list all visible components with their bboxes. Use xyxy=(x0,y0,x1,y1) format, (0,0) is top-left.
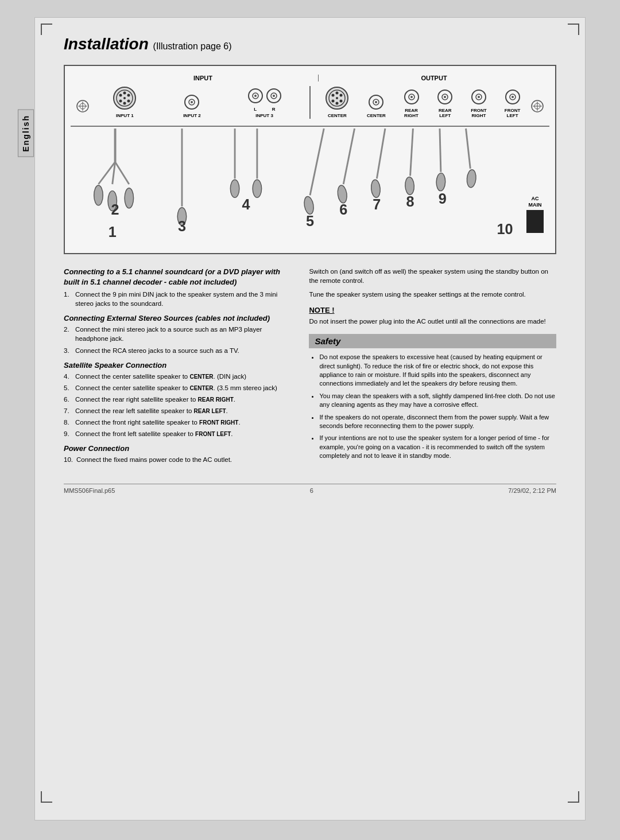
svg-point-29 xyxy=(340,100,343,103)
step-5: 5. Connect the center satellite speaker … xyxy=(64,383,292,392)
safety-header: Safety xyxy=(309,334,556,348)
left-screw xyxy=(76,100,89,114)
svg-point-7 xyxy=(123,92,126,95)
step-1: 1. Connect the 9 pin mini DIN jack to th… xyxy=(64,290,292,308)
corner-mark-br xyxy=(568,791,579,803)
note-text: Do not insert the power plug into the AC… xyxy=(309,317,556,326)
svg-point-30 xyxy=(336,97,338,99)
svg-point-11 xyxy=(127,100,130,103)
cable-svg: 1 2 3 4 5 6 7 8 9 10 xyxy=(71,127,549,242)
steps-list-2: 2. Connect the mini stereo jack to a sou… xyxy=(64,325,292,355)
right-column: Switch on (and switch off as well) the s… xyxy=(309,267,556,467)
svg-line-64 xyxy=(310,129,324,195)
svg-point-9 xyxy=(119,100,122,103)
cable-area: ACMAIN xyxy=(71,127,549,242)
corner-mark-bl xyxy=(41,791,52,803)
footer-center: 6 xyxy=(310,487,313,494)
svg-point-54 xyxy=(94,185,103,205)
label-input1: INPUT 1 xyxy=(116,114,134,119)
step-3: 3. Connect the RCA stereo jacks to a sou… xyxy=(64,346,292,355)
connector-out-center-din: CENTER xyxy=(325,86,349,119)
label-center-rca: CENTER xyxy=(367,114,386,119)
io-labels: Input Output xyxy=(71,75,549,81)
label-front-left: FRONTLEFT xyxy=(505,108,521,119)
svg-point-56 xyxy=(125,188,134,208)
svg-point-21 xyxy=(273,95,275,97)
label-center-din: CENTER xyxy=(328,114,347,119)
step-8: 8. Connect the front right satellite spe… xyxy=(64,418,292,427)
svg-point-67 xyxy=(336,185,348,204)
svg-point-26 xyxy=(340,94,343,97)
output-connectors: CENTER CENTER xyxy=(311,86,526,119)
svg-line-53 xyxy=(115,162,129,184)
connector-input3: L R INPUT 3 xyxy=(247,88,282,119)
step-10: 10. Connect the fixed mains power code t… xyxy=(64,455,292,464)
svg-text:5: 5 xyxy=(306,213,314,229)
safety-item-4: If your intentions are not to use the sp… xyxy=(319,434,556,460)
svg-point-27 xyxy=(332,100,335,103)
svg-text:3: 3 xyxy=(178,218,186,234)
steps-list-1: 1. Connect the 9 pin mini DIN jack to th… xyxy=(64,290,292,308)
safety-item-3: If the speakers do not operate, disconne… xyxy=(319,413,556,431)
label-front-right: FRONTRIGHT xyxy=(471,108,487,119)
page-footer: MMS506Final.p65 6 7/29/02, 2:12 PM xyxy=(64,484,556,494)
ac-main-label: ACMAIN xyxy=(529,196,542,208)
svg-point-10 xyxy=(123,102,126,105)
svg-point-42 xyxy=(478,96,480,98)
diagram-box: Input Output xyxy=(64,65,556,254)
svg-text:9: 9 xyxy=(439,190,447,207)
label-input3: INPUT 3 xyxy=(255,114,273,119)
footer-right: 7/29/02, 2:12 PM xyxy=(508,487,556,494)
connector-out-center-rca: CENTER xyxy=(367,94,386,119)
svg-point-24 xyxy=(332,94,335,97)
svg-point-73 xyxy=(436,173,446,191)
note-label: NOTE ! xyxy=(309,306,556,314)
heading-stereo: Connecting External Stereo Sources (cabl… xyxy=(64,314,292,322)
svg-line-70 xyxy=(410,129,413,176)
ac-main-block xyxy=(526,210,544,233)
corner-mark-tl xyxy=(41,24,52,35)
svg-point-12 xyxy=(123,97,126,99)
label-rear-right: REARRIGHT xyxy=(404,108,418,119)
svg-point-63 xyxy=(253,180,262,197)
svg-point-69 xyxy=(370,179,381,197)
label-input2: INPUT 2 xyxy=(183,114,201,119)
step-2: 2. Connect the mini stereo jack to a sou… xyxy=(64,325,292,343)
step-4: 4. Connect the center satellite speaker … xyxy=(64,372,292,381)
svg-text:6: 6 xyxy=(339,201,347,217)
svg-line-68 xyxy=(377,129,385,178)
svg-point-45 xyxy=(512,96,514,98)
footer-left: MMS506Final.p65 xyxy=(64,487,115,494)
svg-text:10: 10 xyxy=(497,221,513,237)
english-tab: English xyxy=(18,110,34,157)
label-input3-r: R xyxy=(272,107,276,112)
svg-line-74 xyxy=(466,129,471,169)
safety-item-1: Do not expose the speakers to excessive … xyxy=(319,353,556,388)
input-label: Input xyxy=(88,75,319,81)
svg-line-66 xyxy=(343,129,354,184)
connector-rear-left: REARLEFT xyxy=(437,89,453,119)
svg-point-36 xyxy=(410,96,413,98)
svg-point-75 xyxy=(466,169,476,188)
safety-list: Do not expose the speakers to excessive … xyxy=(309,353,556,460)
connector-front-left: FRONTLEFT xyxy=(505,89,521,119)
svg-point-15 xyxy=(191,101,193,103)
connector-input1: INPUT 1 xyxy=(113,86,137,119)
content-columns: Connecting to a 5.1 channel soundcard (o… xyxy=(64,267,556,467)
svg-point-8 xyxy=(127,94,130,97)
svg-point-25 xyxy=(336,92,339,95)
steps-list-4: 10. Connect the fixed mains power code t… xyxy=(64,455,292,464)
svg-line-72 xyxy=(440,129,441,172)
ac-main: ACMAIN xyxy=(526,196,544,234)
label-input3-l: L xyxy=(254,107,257,112)
safety-item-2: You may clean the speakers with a soft, … xyxy=(319,392,556,410)
output-label: Output xyxy=(319,75,549,81)
heading-soundcard: Connecting to a 5.1 channel soundcard (o… xyxy=(64,267,292,287)
page-title: Installation (Illustration page 6) xyxy=(64,35,556,53)
steps-list-3: 4. Connect the center satellite speaker … xyxy=(64,372,292,439)
corner-mark-tr xyxy=(568,24,579,35)
connector-front-right: FRONTRIGHT xyxy=(471,89,487,119)
svg-point-65 xyxy=(303,196,315,215)
left-column: Connecting to a 5.1 channel soundcard (o… xyxy=(64,267,292,467)
connector-input2: INPUT 2 xyxy=(183,94,201,119)
